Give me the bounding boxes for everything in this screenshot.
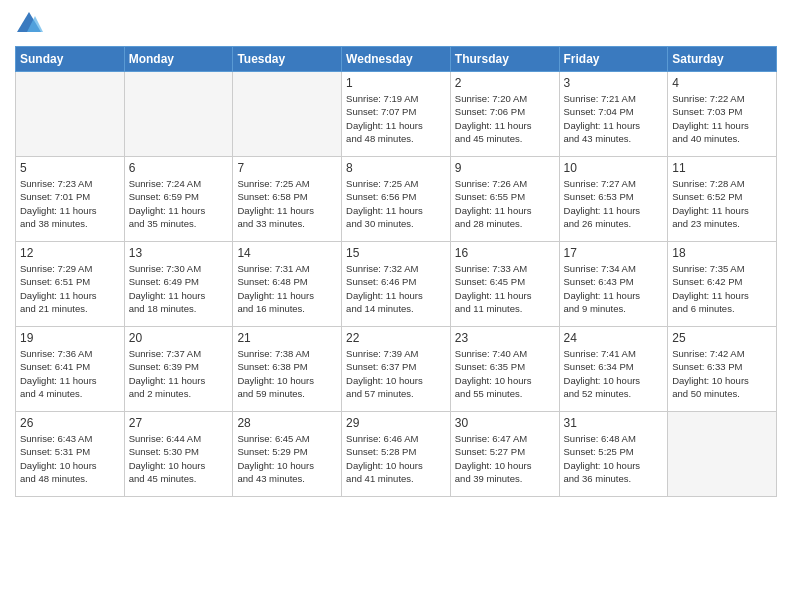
day-info: Sunrise: 7:19 AM Sunset: 7:07 PM Dayligh…: [346, 92, 446, 145]
day-number: 8: [346, 161, 446, 175]
day-info: Sunrise: 7:40 AM Sunset: 6:35 PM Dayligh…: [455, 347, 555, 400]
logo-icon: [15, 10, 43, 38]
day-info: Sunrise: 7:20 AM Sunset: 7:06 PM Dayligh…: [455, 92, 555, 145]
day-header-monday: Monday: [124, 47, 233, 72]
day-number: 2: [455, 76, 555, 90]
day-number: 15: [346, 246, 446, 260]
day-number: 7: [237, 161, 337, 175]
day-info: Sunrise: 7:25 AM Sunset: 6:56 PM Dayligh…: [346, 177, 446, 230]
day-number: 27: [129, 416, 229, 430]
day-number: 6: [129, 161, 229, 175]
logo: [15, 10, 47, 38]
calendar-cell: [124, 72, 233, 157]
calendar-cell: 7Sunrise: 7:25 AM Sunset: 6:58 PM Daylig…: [233, 157, 342, 242]
day-number: 24: [564, 331, 664, 345]
day-info: Sunrise: 7:29 AM Sunset: 6:51 PM Dayligh…: [20, 262, 120, 315]
day-number: 29: [346, 416, 446, 430]
calendar-row-0: 1Sunrise: 7:19 AM Sunset: 7:07 PM Daylig…: [16, 72, 777, 157]
calendar: SundayMondayTuesdayWednesdayThursdayFrid…: [15, 46, 777, 497]
day-info: Sunrise: 7:23 AM Sunset: 7:01 PM Dayligh…: [20, 177, 120, 230]
day-number: 12: [20, 246, 120, 260]
day-number: 30: [455, 416, 555, 430]
day-info: Sunrise: 7:27 AM Sunset: 6:53 PM Dayligh…: [564, 177, 664, 230]
day-info: Sunrise: 6:43 AM Sunset: 5:31 PM Dayligh…: [20, 432, 120, 485]
day-number: 14: [237, 246, 337, 260]
day-info: Sunrise: 7:28 AM Sunset: 6:52 PM Dayligh…: [672, 177, 772, 230]
calendar-cell: 30Sunrise: 6:47 AM Sunset: 5:27 PM Dayli…: [450, 412, 559, 497]
day-number: 10: [564, 161, 664, 175]
day-info: Sunrise: 7:33 AM Sunset: 6:45 PM Dayligh…: [455, 262, 555, 315]
calendar-cell: 12Sunrise: 7:29 AM Sunset: 6:51 PM Dayli…: [16, 242, 125, 327]
calendar-cell: [233, 72, 342, 157]
calendar-cell: 23Sunrise: 7:40 AM Sunset: 6:35 PM Dayli…: [450, 327, 559, 412]
day-number: 4: [672, 76, 772, 90]
day-header-wednesday: Wednesday: [342, 47, 451, 72]
day-number: 5: [20, 161, 120, 175]
day-header-sunday: Sunday: [16, 47, 125, 72]
calendar-cell: 6Sunrise: 7:24 AM Sunset: 6:59 PM Daylig…: [124, 157, 233, 242]
calendar-cell: 1Sunrise: 7:19 AM Sunset: 7:07 PM Daylig…: [342, 72, 451, 157]
day-info: Sunrise: 7:22 AM Sunset: 7:03 PM Dayligh…: [672, 92, 772, 145]
calendar-cell: 18Sunrise: 7:35 AM Sunset: 6:42 PM Dayli…: [668, 242, 777, 327]
day-info: Sunrise: 7:37 AM Sunset: 6:39 PM Dayligh…: [129, 347, 229, 400]
calendar-row-1: 5Sunrise: 7:23 AM Sunset: 7:01 PM Daylig…: [16, 157, 777, 242]
day-info: Sunrise: 7:21 AM Sunset: 7:04 PM Dayligh…: [564, 92, 664, 145]
header: [15, 10, 777, 38]
day-info: Sunrise: 7:30 AM Sunset: 6:49 PM Dayligh…: [129, 262, 229, 315]
day-header-friday: Friday: [559, 47, 668, 72]
calendar-row-3: 19Sunrise: 7:36 AM Sunset: 6:41 PM Dayli…: [16, 327, 777, 412]
calendar-cell: 8Sunrise: 7:25 AM Sunset: 6:56 PM Daylig…: [342, 157, 451, 242]
day-header-tuesday: Tuesday: [233, 47, 342, 72]
page: SundayMondayTuesdayWednesdayThursdayFrid…: [0, 0, 792, 612]
day-info: Sunrise: 7:31 AM Sunset: 6:48 PM Dayligh…: [237, 262, 337, 315]
day-info: Sunrise: 7:42 AM Sunset: 6:33 PM Dayligh…: [672, 347, 772, 400]
day-info: Sunrise: 6:45 AM Sunset: 5:29 PM Dayligh…: [237, 432, 337, 485]
day-number: 16: [455, 246, 555, 260]
calendar-cell: 15Sunrise: 7:32 AM Sunset: 6:46 PM Dayli…: [342, 242, 451, 327]
day-header-thursday: Thursday: [450, 47, 559, 72]
day-number: 22: [346, 331, 446, 345]
calendar-cell: 2Sunrise: 7:20 AM Sunset: 7:06 PM Daylig…: [450, 72, 559, 157]
day-info: Sunrise: 7:35 AM Sunset: 6:42 PM Dayligh…: [672, 262, 772, 315]
day-number: 1: [346, 76, 446, 90]
day-info: Sunrise: 7:32 AM Sunset: 6:46 PM Dayligh…: [346, 262, 446, 315]
calendar-cell: 27Sunrise: 6:44 AM Sunset: 5:30 PM Dayli…: [124, 412, 233, 497]
day-info: Sunrise: 6:48 AM Sunset: 5:25 PM Dayligh…: [564, 432, 664, 485]
day-info: Sunrise: 6:47 AM Sunset: 5:27 PM Dayligh…: [455, 432, 555, 485]
calendar-cell: 10Sunrise: 7:27 AM Sunset: 6:53 PM Dayli…: [559, 157, 668, 242]
calendar-cell: 24Sunrise: 7:41 AM Sunset: 6:34 PM Dayli…: [559, 327, 668, 412]
day-number: 18: [672, 246, 772, 260]
day-info: Sunrise: 7:25 AM Sunset: 6:58 PM Dayligh…: [237, 177, 337, 230]
day-number: 26: [20, 416, 120, 430]
calendar-cell: 16Sunrise: 7:33 AM Sunset: 6:45 PM Dayli…: [450, 242, 559, 327]
day-number: 28: [237, 416, 337, 430]
calendar-cell: 9Sunrise: 7:26 AM Sunset: 6:55 PM Daylig…: [450, 157, 559, 242]
day-info: Sunrise: 7:38 AM Sunset: 6:38 PM Dayligh…: [237, 347, 337, 400]
calendar-cell: 25Sunrise: 7:42 AM Sunset: 6:33 PM Dayli…: [668, 327, 777, 412]
header-row: SundayMondayTuesdayWednesdayThursdayFrid…: [16, 47, 777, 72]
calendar-cell: 20Sunrise: 7:37 AM Sunset: 6:39 PM Dayli…: [124, 327, 233, 412]
calendar-cell: 21Sunrise: 7:38 AM Sunset: 6:38 PM Dayli…: [233, 327, 342, 412]
day-info: Sunrise: 7:24 AM Sunset: 6:59 PM Dayligh…: [129, 177, 229, 230]
day-number: 11: [672, 161, 772, 175]
day-info: Sunrise: 6:46 AM Sunset: 5:28 PM Dayligh…: [346, 432, 446, 485]
calendar-cell: 28Sunrise: 6:45 AM Sunset: 5:29 PM Dayli…: [233, 412, 342, 497]
day-info: Sunrise: 7:26 AM Sunset: 6:55 PM Dayligh…: [455, 177, 555, 230]
day-number: 17: [564, 246, 664, 260]
calendar-cell: 13Sunrise: 7:30 AM Sunset: 6:49 PM Dayli…: [124, 242, 233, 327]
calendar-cell: 26Sunrise: 6:43 AM Sunset: 5:31 PM Dayli…: [16, 412, 125, 497]
day-info: Sunrise: 7:41 AM Sunset: 6:34 PM Dayligh…: [564, 347, 664, 400]
calendar-cell: 4Sunrise: 7:22 AM Sunset: 7:03 PM Daylig…: [668, 72, 777, 157]
day-number: 21: [237, 331, 337, 345]
day-info: Sunrise: 7:34 AM Sunset: 6:43 PM Dayligh…: [564, 262, 664, 315]
calendar-cell: 14Sunrise: 7:31 AM Sunset: 6:48 PM Dayli…: [233, 242, 342, 327]
day-number: 3: [564, 76, 664, 90]
calendar-cell: 17Sunrise: 7:34 AM Sunset: 6:43 PM Dayli…: [559, 242, 668, 327]
calendar-row-4: 26Sunrise: 6:43 AM Sunset: 5:31 PM Dayli…: [16, 412, 777, 497]
calendar-row-2: 12Sunrise: 7:29 AM Sunset: 6:51 PM Dayli…: [16, 242, 777, 327]
day-number: 19: [20, 331, 120, 345]
calendar-cell: 19Sunrise: 7:36 AM Sunset: 6:41 PM Dayli…: [16, 327, 125, 412]
day-number: 31: [564, 416, 664, 430]
day-number: 13: [129, 246, 229, 260]
day-header-saturday: Saturday: [668, 47, 777, 72]
